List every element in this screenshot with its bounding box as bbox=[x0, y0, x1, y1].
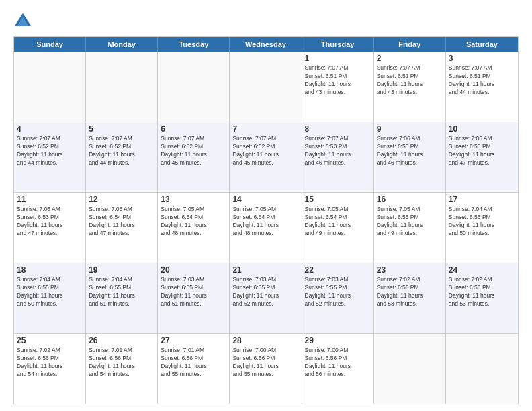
day-info: Sunrise: 7:02 AM Sunset: 6:56 PM Dayligh… bbox=[449, 276, 515, 308]
day-info: Sunrise: 7:02 AM Sunset: 6:56 PM Dayligh… bbox=[377, 276, 443, 308]
calendar-row-2: 11Sunrise: 7:06 AM Sunset: 6:53 PM Dayli… bbox=[14, 193, 518, 263]
empty-cell bbox=[446, 334, 518, 404]
day-number: 29 bbox=[305, 336, 371, 345]
day-info: Sunrise: 7:07 AM Sunset: 6:51 PM Dayligh… bbox=[377, 64, 443, 97]
day-info: Sunrise: 7:01 AM Sunset: 6:56 PM Dayligh… bbox=[89, 347, 154, 379]
day-number: 6 bbox=[161, 124, 226, 134]
day-number: 9 bbox=[377, 124, 443, 134]
day-19: 19Sunrise: 7:04 AM Sunset: 6:55 PM Dayli… bbox=[86, 263, 158, 333]
day-info: Sunrise: 7:04 AM Sunset: 6:55 PM Dayligh… bbox=[17, 276, 83, 308]
day-13: 13Sunrise: 7:05 AM Sunset: 6:54 PM Dayli… bbox=[158, 193, 230, 263]
calendar-header: SundayMondayTuesdayWednesdayThursdayFrid… bbox=[14, 37, 518, 52]
logo bbox=[13, 11, 35, 30]
day-number: 14 bbox=[232, 195, 298, 204]
day-info: Sunrise: 7:07 AM Sunset: 6:52 PM Dayligh… bbox=[89, 135, 154, 167]
day-number: 15 bbox=[305, 195, 371, 204]
day-number: 12 bbox=[89, 195, 154, 204]
empty-cell bbox=[230, 52, 302, 122]
day-27: 27Sunrise: 7:01 AM Sunset: 6:56 PM Dayli… bbox=[158, 334, 230, 404]
day-number: 24 bbox=[449, 265, 515, 275]
day-16: 16Sunrise: 7:05 AM Sunset: 6:55 PM Dayli… bbox=[374, 193, 446, 263]
day-number: 19 bbox=[89, 265, 154, 275]
day-info: Sunrise: 7:07 AM Sunset: 6:53 PM Dayligh… bbox=[305, 135, 371, 167]
day-number: 4 bbox=[17, 124, 83, 134]
day-number: 1 bbox=[305, 54, 371, 63]
day-21: 21Sunrise: 7:03 AM Sunset: 6:55 PM Dayli… bbox=[230, 263, 302, 333]
day-number: 2 bbox=[377, 54, 443, 63]
day-10: 10Sunrise: 7:06 AM Sunset: 6:53 PM Dayli… bbox=[446, 122, 518, 192]
day-info: Sunrise: 7:07 AM Sunset: 6:52 PM Dayligh… bbox=[232, 135, 298, 167]
day-info: Sunrise: 7:03 AM Sunset: 6:55 PM Dayligh… bbox=[161, 276, 226, 308]
day-number: 3 bbox=[449, 54, 515, 63]
day-number: 5 bbox=[89, 124, 154, 134]
day-info: Sunrise: 7:01 AM Sunset: 6:56 PM Dayligh… bbox=[161, 347, 226, 379]
empty-cell bbox=[86, 52, 158, 122]
calendar-body: 1Sunrise: 7:07 AM Sunset: 6:51 PM Daylig… bbox=[14, 52, 518, 404]
header-cell-friday: Friday bbox=[374, 37, 446, 52]
day-number: 11 bbox=[17, 195, 83, 204]
day-8: 8Sunrise: 7:07 AM Sunset: 6:53 PM Daylig… bbox=[302, 122, 374, 192]
day-number: 25 bbox=[17, 336, 83, 345]
page: SundayMondayTuesdayWednesdayThursdayFrid… bbox=[0, 0, 532, 411]
day-29: 29Sunrise: 7:00 AM Sunset: 6:56 PM Dayli… bbox=[302, 334, 374, 404]
header-cell-tuesday: Tuesday bbox=[158, 37, 230, 52]
header-cell-saturday: Saturday bbox=[446, 37, 518, 52]
day-info: Sunrise: 7:07 AM Sunset: 6:51 PM Dayligh… bbox=[449, 64, 515, 97]
day-info: Sunrise: 7:07 AM Sunset: 6:52 PM Dayligh… bbox=[161, 135, 226, 167]
day-20: 20Sunrise: 7:03 AM Sunset: 6:55 PM Dayli… bbox=[158, 263, 230, 333]
day-info: Sunrise: 7:00 AM Sunset: 6:56 PM Dayligh… bbox=[232, 347, 298, 379]
day-24: 24Sunrise: 7:02 AM Sunset: 6:56 PM Dayli… bbox=[446, 263, 518, 333]
day-number: 23 bbox=[377, 265, 443, 275]
day-26: 26Sunrise: 7:01 AM Sunset: 6:56 PM Dayli… bbox=[86, 334, 158, 404]
day-25: 25Sunrise: 7:02 AM Sunset: 6:56 PM Dayli… bbox=[14, 334, 86, 404]
day-number: 28 bbox=[232, 336, 298, 345]
day-14: 14Sunrise: 7:05 AM Sunset: 6:54 PM Dayli… bbox=[230, 193, 302, 263]
day-number: 27 bbox=[161, 336, 226, 345]
day-number: 10 bbox=[449, 124, 515, 134]
day-info: Sunrise: 7:05 AM Sunset: 6:55 PM Dayligh… bbox=[377, 205, 443, 238]
header-cell-monday: Monday bbox=[86, 37, 158, 52]
day-18: 18Sunrise: 7:04 AM Sunset: 6:55 PM Dayli… bbox=[14, 263, 86, 333]
day-12: 12Sunrise: 7:06 AM Sunset: 6:54 PM Dayli… bbox=[86, 193, 158, 263]
day-number: 22 bbox=[305, 265, 371, 275]
header-cell-thursday: Thursday bbox=[302, 37, 374, 52]
day-1: 1Sunrise: 7:07 AM Sunset: 6:51 PM Daylig… bbox=[302, 52, 374, 122]
empty-cell bbox=[374, 334, 446, 404]
day-info: Sunrise: 7:05 AM Sunset: 6:54 PM Dayligh… bbox=[232, 205, 298, 238]
day-7: 7Sunrise: 7:07 AM Sunset: 6:52 PM Daylig… bbox=[230, 122, 302, 192]
day-28: 28Sunrise: 7:00 AM Sunset: 6:56 PM Dayli… bbox=[230, 334, 302, 404]
day-number: 18 bbox=[17, 265, 83, 275]
calendar-row-1: 4Sunrise: 7:07 AM Sunset: 6:52 PM Daylig… bbox=[14, 122, 518, 193]
day-info: Sunrise: 7:02 AM Sunset: 6:56 PM Dayligh… bbox=[17, 347, 83, 379]
day-info: Sunrise: 7:00 AM Sunset: 6:56 PM Dayligh… bbox=[305, 347, 371, 379]
day-info: Sunrise: 7:03 AM Sunset: 6:55 PM Dayligh… bbox=[232, 276, 298, 308]
empty-cell bbox=[14, 52, 86, 122]
day-number: 13 bbox=[161, 195, 226, 204]
header-cell-wednesday: Wednesday bbox=[230, 37, 302, 52]
calendar: SundayMondayTuesdayWednesdayThursdayFrid… bbox=[13, 36, 519, 404]
day-4: 4Sunrise: 7:07 AM Sunset: 6:52 PM Daylig… bbox=[14, 122, 86, 192]
day-number: 16 bbox=[377, 195, 443, 204]
day-info: Sunrise: 7:03 AM Sunset: 6:55 PM Dayligh… bbox=[305, 276, 371, 308]
header-cell-sunday: Sunday bbox=[14, 37, 86, 52]
day-info: Sunrise: 7:07 AM Sunset: 6:51 PM Dayligh… bbox=[305, 64, 371, 97]
day-info: Sunrise: 7:06 AM Sunset: 6:53 PM Dayligh… bbox=[377, 135, 443, 167]
calendar-row-4: 25Sunrise: 7:02 AM Sunset: 6:56 PM Dayli… bbox=[14, 334, 518, 404]
day-info: Sunrise: 7:06 AM Sunset: 6:53 PM Dayligh… bbox=[17, 205, 83, 238]
day-11: 11Sunrise: 7:06 AM Sunset: 6:53 PM Dayli… bbox=[14, 193, 86, 263]
day-5: 5Sunrise: 7:07 AM Sunset: 6:52 PM Daylig… bbox=[86, 122, 158, 192]
day-22: 22Sunrise: 7:03 AM Sunset: 6:55 PM Dayli… bbox=[302, 263, 374, 333]
day-number: 20 bbox=[161, 265, 226, 275]
day-number: 7 bbox=[232, 124, 298, 134]
day-number: 17 bbox=[449, 195, 515, 204]
empty-cell bbox=[158, 52, 230, 122]
day-2: 2Sunrise: 7:07 AM Sunset: 6:51 PM Daylig… bbox=[374, 52, 446, 122]
logo-icon bbox=[13, 11, 32, 30]
header bbox=[13, 11, 519, 30]
day-3: 3Sunrise: 7:07 AM Sunset: 6:51 PM Daylig… bbox=[446, 52, 518, 122]
day-info: Sunrise: 7:05 AM Sunset: 6:54 PM Dayligh… bbox=[305, 205, 371, 238]
calendar-row-3: 18Sunrise: 7:04 AM Sunset: 6:55 PM Dayli… bbox=[14, 263, 518, 334]
day-23: 23Sunrise: 7:02 AM Sunset: 6:56 PM Dayli… bbox=[374, 263, 446, 333]
day-number: 21 bbox=[232, 265, 298, 275]
day-6: 6Sunrise: 7:07 AM Sunset: 6:52 PM Daylig… bbox=[158, 122, 230, 192]
